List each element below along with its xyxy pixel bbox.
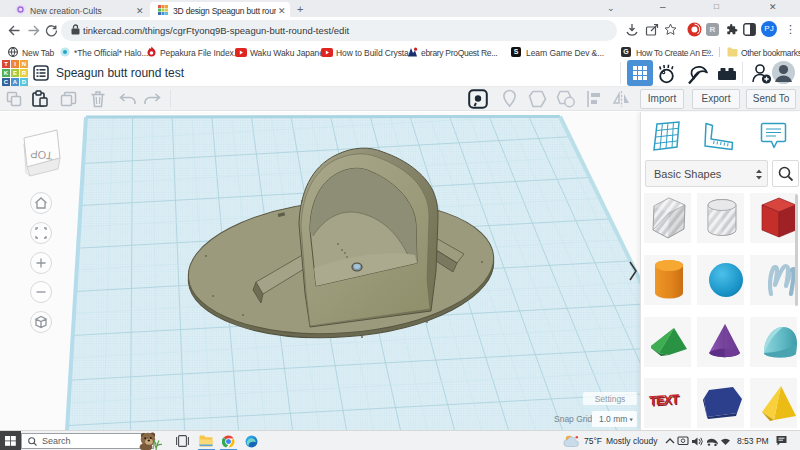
svg-text:1.0 mm: 1.0 mm [599, 414, 627, 424]
svg-text:TEXT: TEXT [649, 391, 679, 408]
svg-text:Settings: Settings [595, 394, 626, 404]
svg-text:Snap Grid: Snap Grid [554, 414, 593, 424]
svg-text:TOP: TOP [30, 148, 53, 162]
